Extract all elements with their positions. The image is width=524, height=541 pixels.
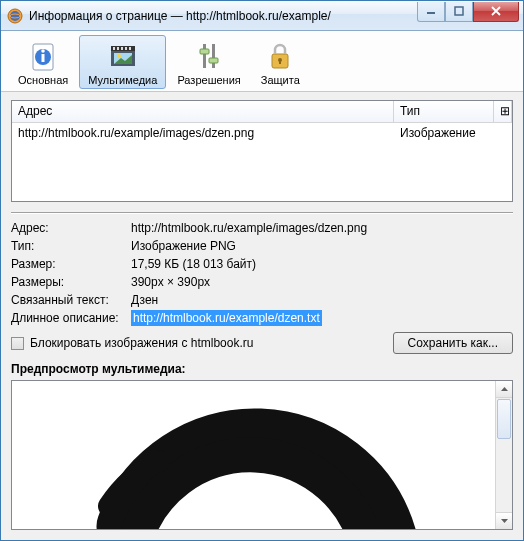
minimize-button[interactable] [417,2,445,22]
preview-image [12,381,495,529]
svg-rect-20 [200,49,209,54]
titlebar[interactable]: Информация о странице — http://htmlbook.… [1,1,523,31]
tab-main[interactable]: Основная [9,35,77,89]
preview-scrollbar[interactable] [495,381,512,529]
lock-icon [264,40,296,72]
address-label: Адрес: [11,220,131,236]
scroll-up-button[interactable] [496,381,512,398]
preview-label: Предпросмотр мультимедиа: [11,362,513,376]
maximize-button[interactable] [445,2,473,22]
window-title: Информация о странице — http://htmlbook.… [29,9,417,23]
svg-rect-11 [113,47,115,50]
dimensions-value: 390px × 390px [131,274,513,290]
list-header: Адрес Тип ⊞ [12,101,512,123]
content-area: Адрес Тип ⊞ http://htmlbook.ru/example/i… [1,92,523,540]
longdesc-value[interactable]: http://htmlbook.ru/example/dzen.txt [131,310,322,326]
block-images-label: Блокировать изображения с htmlbook.ru [30,336,253,350]
svg-rect-21 [209,58,218,63]
svg-point-1 [10,11,20,21]
longdesc-label: Длинное описание: [11,310,131,326]
block-images-checkbox[interactable] [11,337,24,350]
tab-permissions[interactable]: Разрешения [168,35,249,89]
col-config-icon[interactable]: ⊞ [494,101,512,122]
cell-address: http://htmlbook.ru/example/images/dzen.p… [12,124,394,142]
col-address[interactable]: Адрес [12,101,394,122]
tab-media[interactable]: Мультимедиа [79,35,166,89]
permissions-icon [193,40,225,72]
dimensions-label: Размеры: [11,274,131,290]
type-label: Тип: [11,238,131,254]
details-panel: Адрес: http://htmlbook.ru/example/images… [11,220,513,326]
svg-rect-14 [125,47,127,50]
svg-rect-13 [121,47,123,50]
svg-rect-18 [203,44,206,68]
size-label: Размер: [11,256,131,272]
close-button[interactable] [473,2,519,22]
size-value: 17,59 КБ (18 013 байт) [131,256,513,272]
media-list[interactable]: Адрес Тип ⊞ http://htmlbook.ru/example/i… [11,100,513,202]
address-value: http://htmlbook.ru/example/images/dzen.p… [131,220,513,236]
svg-point-8 [41,49,45,53]
page-info-window: Информация о странице — http://htmlbook.… [0,0,524,541]
svg-rect-15 [129,47,131,50]
svg-rect-7 [42,54,45,62]
svg-rect-3 [427,12,435,14]
svg-rect-12 [117,47,119,50]
svg-point-17 [117,54,121,58]
list-row[interactable]: http://htmlbook.ru/example/images/dzen.p… [12,123,512,143]
alt-text-label: Связанный текст: [11,292,131,308]
type-value: Изображение PNG [131,238,513,254]
options-row: Блокировать изображения с htmlbook.ru Со… [11,332,513,354]
col-type[interactable]: Тип [394,101,494,122]
scroll-thumb[interactable] [497,399,511,439]
cell-type: Изображение [394,124,512,142]
svg-rect-24 [279,60,281,64]
app-icon [7,8,23,24]
svg-rect-4 [455,7,463,15]
tab-security[interactable]: Защита [252,35,309,89]
separator [11,212,513,214]
alt-text-value: Дзен [131,292,513,308]
preview-box [11,380,513,530]
scroll-down-button[interactable] [496,512,512,529]
window-controls [417,2,519,22]
save-as-button[interactable]: Сохранить как... [393,332,513,354]
svg-rect-19 [212,44,215,68]
info-icon [27,40,59,72]
media-icon [107,40,139,72]
toolbar: Основная Мультимедиа Разрешения Защита [1,31,523,92]
